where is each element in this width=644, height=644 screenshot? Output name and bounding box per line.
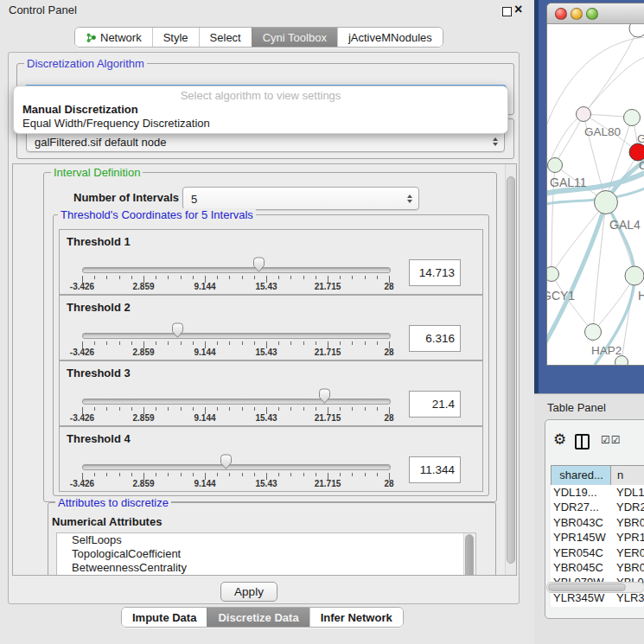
- table-panel: Table Panel ⚙ ☑☑ shared... n YDL19...YDL…: [534, 393, 644, 644]
- slider-track[interactable]: [82, 333, 391, 339]
- svg-text:GAL11: GAL11: [550, 175, 587, 189]
- cell-shared-name: YDL19...: [551, 485, 610, 500]
- zoom-traffic-light-icon[interactable]: [586, 8, 598, 20]
- table-data-value: galFiltered.sif default node: [35, 135, 166, 148]
- node-hap2[interactable]: [585, 324, 602, 341]
- slider-thumb[interactable]: [220, 454, 233, 470]
- tick-label: 15.43: [247, 413, 285, 423]
- node-gal4[interactable]: [595, 191, 618, 214]
- tick-mark: [168, 407, 169, 411]
- popup-option-manual[interactable]: Manual Discretization: [22, 103, 138, 116]
- table-horizontal-scrollbar[interactable]: [546, 582, 644, 593]
- network-window-titlebar[interactable]: [547, 3, 644, 24]
- float-window-icon[interactable]: [502, 7, 512, 16]
- horizontal-scrollbar-thumb[interactable]: [548, 583, 626, 591]
- slider-thumb[interactable]: [171, 322, 184, 339]
- tick-mark: [303, 341, 304, 345]
- numerical-attributes-list[interactable]: SelfLoopsTopologicalCoefficientBetweenne…: [56, 532, 476, 576]
- node[interactable]: [624, 110, 641, 126]
- cell-shared-name: YBR045C: [551, 560, 610, 575]
- tab-network[interactable]: Network: [75, 28, 152, 47]
- attribute-list-item[interactable]: BetweennessCentrality: [57, 561, 475, 575]
- tick-mark: [181, 407, 182, 411]
- node[interactable]: [629, 24, 644, 37]
- tick-mark: [290, 276, 291, 279]
- attributes-scrollbar-thumb[interactable]: [465, 534, 474, 576]
- node-gcy1[interactable]: [547, 267, 559, 282]
- table-row[interactable]: YDR27...YDR2: [551, 500, 644, 514]
- combo-stepper-icon: [407, 194, 412, 203]
- attributes-list-scrollbar[interactable]: [463, 533, 475, 576]
- node-gal11[interactable]: [548, 158, 563, 173]
- tick-mark: [229, 473, 230, 476]
- tab-select[interactable]: Select: [199, 28, 252, 47]
- tick-mark: [340, 276, 341, 279]
- node[interactable]: [615, 356, 628, 366]
- column-checkboxes-icon[interactable]: ☑☑: [601, 434, 622, 446]
- minimize-traffic-light-icon[interactable]: [571, 8, 583, 20]
- cell-name: YPR1: [610, 530, 644, 545]
- node-selected-red[interactable]: [629, 143, 644, 161]
- tick-label: 21.715: [309, 282, 347, 291]
- tick-mark: [316, 341, 316, 345]
- attribute-list-item[interactable]: SelfLoops: [57, 533, 475, 547]
- tick-label: 21.715: [309, 348, 347, 357]
- tick-mark: [193, 341, 194, 345]
- threshold-value-input[interactable]: 14.713: [409, 259, 461, 286]
- table-row[interactable]: YDL19...YDL1: [551, 485, 644, 500]
- threshold-value-input[interactable]: 11.344: [409, 456, 461, 483]
- control-panel-window: Control Panel × Network Style Select Cyn…: [0, 0, 535, 644]
- number-of-intervals-combobox[interactable]: 5: [182, 187, 419, 210]
- slider-thumb[interactable]: [252, 257, 265, 273]
- settings-scrollbar-thumb[interactable]: [507, 176, 515, 564]
- tick-label: 15.43: [247, 348, 285, 357]
- split-columns-icon[interactable]: [575, 434, 590, 450]
- tick-mark: [193, 473, 194, 476]
- tick-mark: [131, 341, 132, 345]
- table-row[interactable]: YBR045CYBR0: [551, 560, 644, 575]
- popup-option-equal-width[interactable]: Equal Width/Frequency Discretization: [22, 117, 210, 130]
- column-header-shared[interactable]: shared...: [551, 465, 612, 486]
- table-row[interactable]: YIL052CYIL0: [551, 605, 644, 607]
- slider-track[interactable]: [82, 267, 391, 273]
- table-row[interactable]: YPR145WYPR1: [551, 530, 644, 545]
- table-row[interactable]: YER054CYER0: [551, 545, 644, 560]
- node[interactable]: [625, 266, 644, 285]
- algorithm-dropdown-popup: Select algorithm to view settings Manual…: [13, 86, 508, 134]
- close-traffic-light-icon[interactable]: [555, 8, 567, 20]
- tab-style[interactable]: Style: [152, 28, 199, 47]
- slider-track[interactable]: [82, 399, 391, 405]
- threshold-label: Threshold 3: [67, 367, 131, 379]
- tick-mark: [119, 407, 120, 411]
- bottom-tabbar: Impute Data Discretize Data Infer Networ…: [121, 607, 404, 628]
- settings-vertical-scrollbar[interactable]: [505, 164, 516, 575]
- tick-mark: [217, 407, 218, 411]
- table-row[interactable]: YBR043CYBR0: [551, 515, 644, 530]
- tab-cyni-toolbox[interactable]: Cyni Toolbox: [252, 28, 337, 47]
- threshold-value-input[interactable]: 21.4: [409, 391, 461, 418]
- svg-text:GAL4: GAL4: [609, 218, 641, 232]
- network-canvas[interactable]: GAL80 GA C GAL11 GAL4 GCY1 H HAP2: [547, 24, 644, 365]
- tick-mark: [340, 341, 341, 345]
- attribute-list-item[interactable]: TopologicalCoefficient: [57, 547, 475, 561]
- close-icon[interactable]: ×: [514, 2, 522, 17]
- tick-label: -3.426: [63, 413, 101, 423]
- gear-icon[interactable]: ⚙: [553, 432, 566, 447]
- tick-mark: [168, 473, 169, 476]
- number-of-intervals-label: Number of Intervals: [73, 191, 179, 204]
- tab-infer-network[interactable]: Infer Network: [309, 608, 403, 627]
- threshold-value-input[interactable]: 6.316: [409, 325, 461, 352]
- tab-jactivemnodules[interactable]: jActiveMNodules: [337, 28, 443, 47]
- tick-mark: [242, 407, 243, 411]
- tick-label: 2.859: [124, 282, 163, 291]
- tick-mark: [278, 473, 279, 476]
- slider-track[interactable]: [82, 464, 391, 470]
- tick-mark: [193, 407, 194, 411]
- tab-impute-data[interactable]: Impute Data: [122, 608, 207, 627]
- tab-discretize-data[interactable]: Discretize Data: [207, 608, 309, 627]
- tick-mark: [217, 473, 218, 476]
- node-gal80[interactable]: [577, 107, 591, 122]
- column-header-name[interactable]: n: [610, 465, 644, 486]
- slider-thumb[interactable]: [318, 388, 331, 405]
- apply-button[interactable]: Apply: [220, 582, 277, 602]
